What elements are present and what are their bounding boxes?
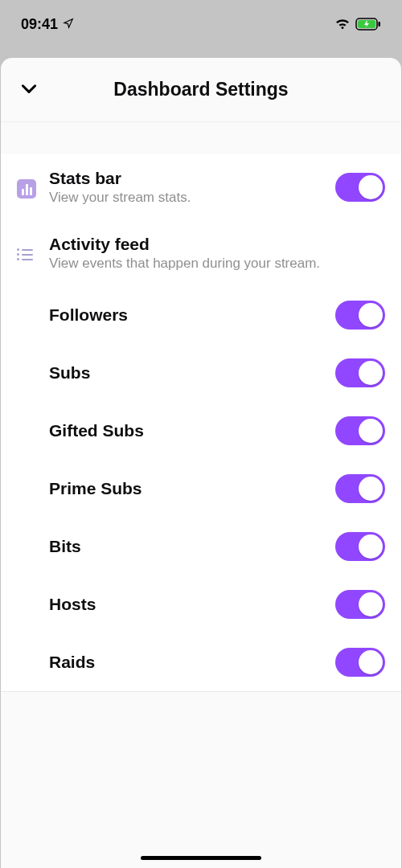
activity-feed-title: Activity feed (49, 235, 385, 254)
activity-item-label: Prime Subs (49, 479, 335, 498)
activity-item-label: Bits (49, 537, 335, 556)
status-bar: 09:41 (0, 0, 402, 48)
activity-item-label: Subs (49, 363, 335, 383)
activity-item-label: Raids (49, 653, 335, 672)
battery-charging-icon (355, 18, 381, 31)
activity-item-followers: Followers (1, 286, 401, 344)
hosts-toggle[interactable] (335, 590, 385, 619)
stats-bar-icon (17, 177, 49, 199)
activity-item-label: Followers (49, 305, 335, 325)
dismiss-chevron-button[interactable] (18, 78, 39, 102)
page-title: Dashboard Settings (113, 79, 288, 100)
list-bottom-divider (1, 691, 401, 692)
svg-rect-2 (379, 22, 381, 27)
activity-item-label: Gifted Subs (49, 421, 335, 440)
status-icons (334, 18, 381, 31)
activity-item-raids: Raids (1, 633, 401, 691)
gifted-subs-toggle[interactable] (335, 416, 385, 445)
prime-subs-toggle[interactable] (335, 474, 385, 503)
activity-item-subs: Subs (1, 344, 401, 402)
followers-toggle[interactable] (335, 301, 385, 330)
activity-item-bits: Bits (1, 518, 401, 575)
activity-item-hosts: Hosts (1, 575, 401, 633)
sheet-header: Dashboard Settings (1, 58, 401, 122)
settings-sheet: Dashboard Settings Stats bar View your s… (1, 58, 401, 868)
activity-item-gifted-subs: Gifted Subs (1, 402, 401, 460)
activity-feed-icon (17, 246, 49, 260)
stats-bar-toggle[interactable] (335, 173, 385, 202)
activity-item-prime-subs: Prime Subs (1, 460, 401, 518)
stats-bar-title: Stats bar (49, 169, 335, 188)
activity-item-label: Hosts (49, 595, 335, 614)
bits-toggle[interactable] (335, 532, 385, 561)
status-time: 09:41 (21, 16, 58, 33)
status-time-group: 09:41 (21, 16, 74, 33)
stats-bar-subtitle: View your stream stats. (49, 190, 335, 206)
home-indicator[interactable] (141, 856, 261, 860)
activity-feed-subtitle: View events that happen during your stre… (49, 256, 385, 272)
raids-toggle[interactable] (335, 648, 385, 677)
wifi-icon (334, 18, 351, 31)
subs-toggle[interactable] (335, 358, 385, 387)
settings-list: Stats bar View your stream stats. Activi… (1, 154, 401, 692)
setting-stats-bar: Stats bar View your stream stats. (1, 154, 401, 220)
location-arrow-icon (63, 16, 74, 33)
setting-activity-feed: Activity feed View events that happen du… (1, 220, 401, 286)
